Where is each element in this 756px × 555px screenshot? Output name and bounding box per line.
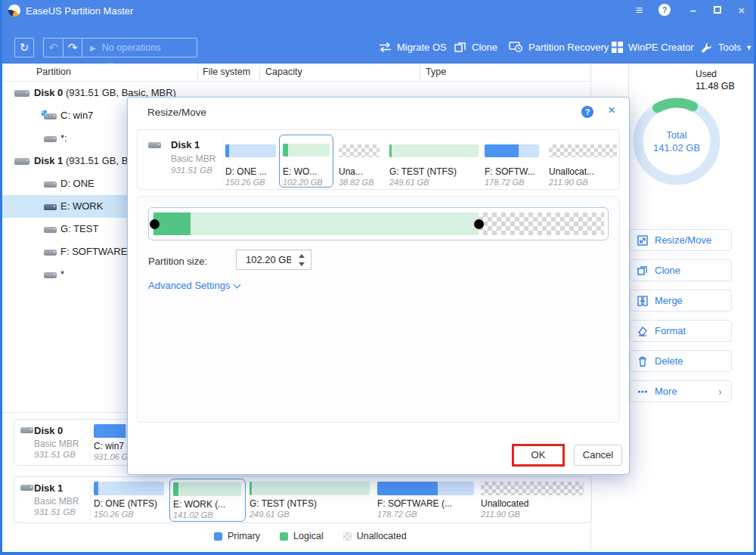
menu-icon[interactable]: ≡ [631,4,648,17]
undo-button[interactable]: ↶ [43,38,63,57]
partition-cell-e-work-selected[interactable]: E: WORK (... 141.02 GB [169,479,246,522]
dialog-partition-d-one[interactable]: D: ONE ... 150.26 GB [225,130,278,191]
delete-button[interactable]: Delete [630,350,732,372]
column-capacity[interactable]: Capacity [265,67,302,77]
minimize-button[interactable]: – [686,4,700,17]
delete-icon [637,356,648,367]
help-icon[interactable]: ? [658,4,672,17]
resize-move-dialog: Resize/Move ? × Disk 1 Basic MBR 931.51 … [127,97,630,475]
chevron-down-icon: ▼ [745,44,752,51]
right-resize-handle[interactable] [474,219,484,229]
more-icon [637,386,648,397]
partition-size-spinner[interactable] [236,250,311,270]
resize-icon [637,235,648,246]
drive-icon [44,272,57,278]
legend-logical: Logical [280,531,324,541]
disk-icon [14,90,29,97]
drive-icon [44,204,57,210]
legend-primary: Primary [214,531,260,541]
title-bar: EaseUS Partition Master ≡ ? – × [2,0,754,21]
resize-move-button[interactable]: Resize/Move [630,229,732,251]
column-divider [197,65,198,80]
app-window: EaseUS Partition Master ≡ ? – × ↻ ↶ ↷ ▶N… [0,0,756,555]
merge-button[interactable]: Merge [630,290,732,312]
clone-button[interactable]: Clone [454,39,497,57]
drive-icon [44,227,57,233]
partition-bar [389,144,479,157]
clone-icon [637,265,648,276]
total-value: 141.02 GB [631,141,722,154]
legend: Primary Logical Unallocated [214,530,407,542]
resize-settings-box: Partition size: Advanced Settings [137,196,620,423]
winpe-creator-button[interactable]: WinPE Creator [612,39,694,57]
column-partition[interactable]: Partition [36,67,71,77]
partition-size-input[interactable] [244,250,293,269]
drive-icon [44,136,57,142]
resize-slider[interactable] [148,207,609,240]
column-type[interactable]: Type [426,67,446,77]
dialog-help-icon[interactable]: ? [581,106,593,118]
clone-side-button[interactable]: Clone [630,259,732,281]
spinner-up-icon[interactable] [299,254,305,258]
pending-operations-button[interactable]: ▶No operations pending [82,38,197,57]
partition-bar [283,144,330,157]
left-resize-handle[interactable] [150,219,160,229]
partition-bar [377,482,474,495]
partition-cell-g-test[interactable]: G: TEST (NTFS) 249.61 GB [249,477,373,524]
column-divider [420,65,420,80]
ok-button[interactable]: OK [512,444,565,467]
redo-button[interactable]: ↷ [63,38,82,57]
dialog-partition-unallocated-large[interactable]: Unallocat... 211.90 GB [549,130,621,191]
advanced-settings-link[interactable]: Advanced Settings [148,280,240,291]
partition-cell-unallocated[interactable]: Unallocated 211.90 GB [481,477,589,524]
migrate-os-icon [379,42,392,53]
partition-cell-f-software[interactable]: F: SOFTWARE (... 178.72 GB [377,477,478,524]
partition-bar [225,144,276,157]
unallocated-swatch [343,532,352,541]
dialog-partition-g-test[interactable]: G: TEST (NTFS) 249.61 GB [389,130,482,191]
windows-icon [42,110,47,116]
partition-bar [249,482,370,495]
winpe-creator-icon [612,42,623,53]
dialog-partition-unallocated-small[interactable]: Una... 38.82 GB [339,130,383,191]
used-label: Used [696,68,717,81]
refresh-button[interactable]: ↻ [14,38,34,57]
close-button[interactable]: × [735,4,748,17]
format-icon [637,326,648,336]
tools-button[interactable]: Tools▼ [701,39,752,57]
app-title: EaseUS Partition Master [26,5,133,17]
chevron-down-icon [234,281,241,289]
clone-icon [454,42,466,53]
free-space-segment [191,212,479,235]
total-label: Total [631,129,722,141]
column-file-system[interactable]: File system [203,67,250,77]
spinner-down-icon[interactable] [299,262,305,266]
dialog-title: Resize/Move [147,107,206,118]
disk1-card: Disk 1 Basic MBR 931.51 GB D: ONE (NTFS)… [14,476,592,523]
merge-icon [637,296,648,306]
dialog-partition-e-work-selected[interactable]: E: WO... 102.20 GB [279,135,333,188]
more-button[interactable]: More › [630,380,732,402]
cancel-button[interactable]: Cancel [574,445,622,466]
partition-cell-d-one[interactable]: D: ONE (NTFS) 150.26 GB [94,477,168,524]
disk-icon [20,427,33,433]
format-button[interactable]: Format [630,320,732,342]
partition-size-label: Partition size: [148,256,207,267]
maximize-icon [714,6,721,14]
dialog-partition-f-software[interactable]: F: SOFTW... 178.72 GB [485,130,542,191]
dialog-close-icon[interactable]: × [605,104,618,117]
used-value: 11.48 GB [696,81,735,91]
partition-recovery-button[interactable]: Partition Recovery [509,39,609,57]
partition-bar [485,144,539,157]
logical-swatch [280,532,288,541]
chevron-right-icon: › [718,381,722,402]
disk-icon [20,485,33,491]
migrate-os-button[interactable]: Migrate OS [379,39,447,57]
partition-bar [339,144,380,157]
donut-center-text: Total 141.02 GB [631,129,722,154]
legend-unallocated: Unallocated [343,531,407,541]
maximize-button[interactable] [711,4,724,17]
disk-icon [148,142,161,148]
disk-strip: Disk 1 Basic MBR 931.51 GB D: ONE ... 15… [137,129,620,190]
tools-icon [701,42,713,53]
